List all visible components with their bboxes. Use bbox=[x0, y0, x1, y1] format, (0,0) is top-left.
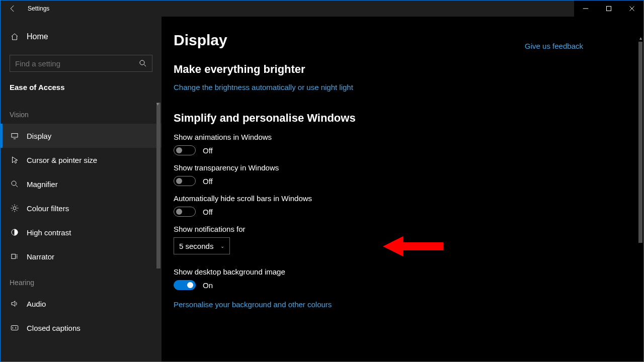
svg-point-3 bbox=[12, 181, 16, 186]
svg-rect-2 bbox=[12, 134, 18, 138]
titlebar: Settings bbox=[1, 1, 643, 17]
sidebar-item-label: Cursor & pointer size bbox=[27, 156, 97, 164]
section-brighter-heading: Make everything brighter bbox=[174, 63, 643, 76]
close-button[interactable] bbox=[620, 1, 643, 17]
personalise-link[interactable]: Personalise your background and other co… bbox=[174, 300, 332, 309]
back-button[interactable] bbox=[1, 1, 25, 17]
sidebar-section-title: Ease of Access bbox=[1, 72, 162, 96]
cursor-icon bbox=[10, 155, 20, 164]
section-simplify-heading: Simplify and personalise Windows bbox=[174, 112, 643, 125]
sidebar-item-narrator[interactable]: Narrator bbox=[1, 244, 162, 268]
sidebar-scroll[interactable]: ▴ Vision Display Cursor & pointer size M… bbox=[1, 101, 162, 361]
transparency-state: Off bbox=[203, 177, 213, 186]
sidebar-item-label: Closed captions bbox=[27, 324, 80, 332]
sidebar-group-hearing: Hearing bbox=[1, 268, 162, 292]
desktop-bg-label: Show desktop background image bbox=[174, 267, 643, 276]
search-icon bbox=[138, 59, 147, 69]
captions-icon bbox=[10, 323, 20, 332]
sidebar-home-label: Home bbox=[27, 32, 48, 41]
close-icon bbox=[627, 4, 636, 13]
display-icon bbox=[10, 131, 20, 140]
sidebar-item-high-contrast[interactable]: High contrast bbox=[1, 220, 162, 244]
feedback-link[interactable]: Give us feedback bbox=[525, 42, 583, 50]
sidebar-item-label: Colour filters bbox=[27, 204, 69, 213]
sidebar-home[interactable]: Home bbox=[1, 26, 162, 48]
notifications-label: Show notifications for bbox=[174, 225, 643, 233]
desktop-bg-toggle[interactable] bbox=[174, 280, 196, 290]
content-scrollbar-thumb[interactable] bbox=[638, 42, 642, 243]
svg-point-4 bbox=[13, 207, 16, 210]
maximize-button[interactable] bbox=[597, 1, 620, 17]
svg-rect-7 bbox=[11, 326, 18, 330]
sidebar-item-audio[interactable]: Audio bbox=[1, 292, 162, 316]
sidebar-item-display[interactable]: Display bbox=[1, 124, 162, 148]
svg-marker-8 bbox=[383, 236, 443, 256]
hide-scrollbars-toggle[interactable] bbox=[174, 207, 196, 217]
brightness-link[interactable]: Change the brightness automatically or u… bbox=[174, 83, 353, 92]
sidebar-item-colour-filters[interactable]: Colour filters bbox=[1, 196, 162, 220]
chevron-down-icon: ⌄ bbox=[220, 243, 224, 249]
sidebar-item-label: Narrator bbox=[27, 252, 54, 261]
annotation-red-arrow bbox=[383, 236, 448, 258]
svg-point-1 bbox=[140, 60, 144, 65]
sidebar-group-vision: Vision bbox=[1, 101, 162, 124]
minimize-button[interactable] bbox=[574, 1, 597, 17]
desktop-bg-state: On bbox=[203, 281, 213, 290]
sidebar-item-label: High contrast bbox=[27, 228, 71, 237]
maximize-icon bbox=[604, 4, 613, 13]
narrator-icon bbox=[10, 252, 20, 261]
sidebar-scrollbar-thumb[interactable] bbox=[156, 103, 160, 268]
animations-toggle[interactable] bbox=[174, 145, 196, 155]
audio-icon bbox=[10, 299, 20, 308]
animations-label: Show animations in Windows bbox=[174, 133, 643, 141]
sidebar-item-label: Display bbox=[27, 132, 51, 140]
content-pane: Display Give us feedback ▴ Make everythi… bbox=[162, 17, 643, 361]
svg-rect-0 bbox=[607, 7, 611, 11]
magnifier-icon bbox=[10, 179, 20, 189]
content-scroll-up-icon[interactable]: ▴ bbox=[637, 35, 643, 41]
notifications-select[interactable]: 5 seconds ⌄ bbox=[174, 237, 230, 254]
contrast-icon bbox=[10, 228, 20, 237]
hide-scrollbars-state: Off bbox=[203, 208, 213, 216]
notifications-value: 5 seconds bbox=[179, 242, 213, 250]
window-title: Settings bbox=[28, 5, 49, 12]
sidebar: Home Ease of Access ▴ Vision Display C bbox=[1, 17, 162, 361]
sidebar-item-cursor[interactable]: Cursor & pointer size bbox=[1, 148, 162, 172]
arrow-left-icon bbox=[8, 4, 17, 13]
transparency-label: Show transparency in Windows bbox=[174, 163, 643, 172]
minimize-icon bbox=[581, 4, 590, 13]
transparency-toggle[interactable] bbox=[174, 176, 196, 186]
hide-scrollbars-label: Automatically hide scroll bars in Window… bbox=[174, 194, 643, 203]
home-icon bbox=[10, 32, 20, 41]
search-input[interactable] bbox=[10, 55, 152, 72]
sun-icon bbox=[10, 204, 20, 213]
sidebar-item-label: Magnifier bbox=[27, 180, 58, 189]
sidebar-item-closed-captions[interactable]: Closed captions bbox=[1, 316, 162, 340]
scroll-down-icon[interactable]: ▾ bbox=[154, 101, 160, 107]
sidebar-item-label: Audio bbox=[27, 300, 46, 308]
svg-rect-6 bbox=[12, 254, 16, 259]
sidebar-item-magnifier[interactable]: Magnifier bbox=[1, 172, 162, 196]
animations-state: Off bbox=[203, 146, 213, 155]
